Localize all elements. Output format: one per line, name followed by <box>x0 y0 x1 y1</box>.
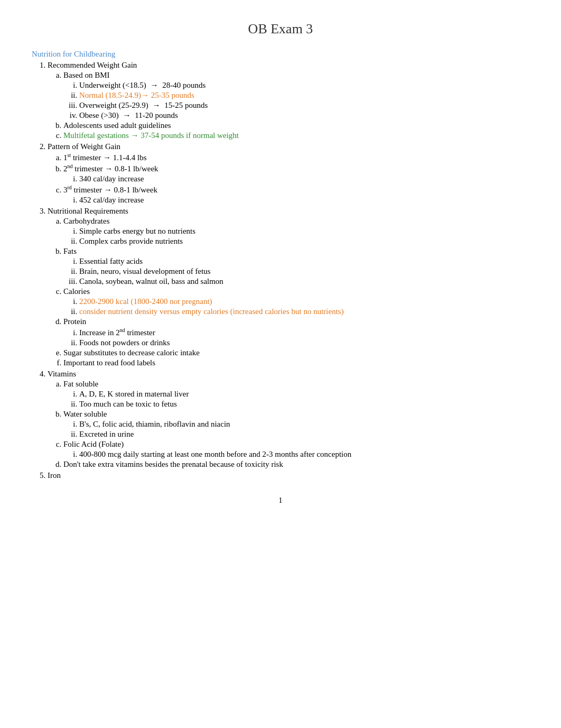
item-label: Adolescents used adult guidelines <box>63 121 171 130</box>
item-label: Multifetal gestations → 37-54 pounds if … <box>63 131 239 140</box>
list-item: Too much can be toxic to fetus <box>79 400 529 409</box>
list-item: 1st trimester → 1.1-4.4 lbs <box>63 152 529 162</box>
list-item: Essential fatty acids <box>79 257 529 266</box>
item-label: 400-800 mcg daily starting at least one … <box>79 450 351 458</box>
sub-list: Based on BMI Underweight (<18.5) → 28-40… <box>48 71 529 140</box>
sub-list: Essential fatty acids Brain, neuro, visu… <box>63 257 529 286</box>
list-item: 340 cal/day increase <box>79 174 529 183</box>
item-label: 1st trimester → 1.1-4.4 lbs <box>63 153 147 162</box>
item-label: Folic Acid (Folate) <box>63 440 124 448</box>
sub-list: Fat soluble A, D, E, K stored in materna… <box>48 380 529 469</box>
list-item: 452 cal/day increase <box>79 196 529 205</box>
list-item: Carbohydrates Simple carbs energy but no… <box>63 217 529 246</box>
list-item: Increase in 2nd trimester <box>79 327 529 337</box>
item-label: Carbohydrates <box>63 217 109 225</box>
item-label: 2nd trimester → 0.8-1 lb/week <box>63 164 158 173</box>
list-item: Fat soluble A, D, E, K stored in materna… <box>63 380 529 409</box>
item-label: Complex carbs provide nutrients <box>79 237 183 245</box>
item-label: Fat soluble <box>63 380 98 388</box>
item-label: Essential fatty acids <box>79 257 143 265</box>
list-item: 400-800 mcg daily starting at least one … <box>79 450 529 459</box>
list-item: Water soluble B's, C, folic acid, thiami… <box>63 410 529 439</box>
sub-list: Underweight (<18.5) → 28-40 pounds Norma… <box>63 81 529 120</box>
list-item: Nutritional Requirements Carbohydrates S… <box>48 207 529 367</box>
item-label: consider nutrient density versus empty c… <box>79 307 344 316</box>
item-label: Brain, neuro, visual development of fetu… <box>79 267 211 275</box>
main-list: Recommended Weight Gain Based on BMI Und… <box>32 61 529 480</box>
item-label: Protein <box>63 317 86 326</box>
list-item: A, D, E, K stored in maternal liver <box>79 390 529 399</box>
item-label: Foods not powders or drinks <box>79 338 170 347</box>
section-heading: Nutrition for Childbearing <box>32 50 529 59</box>
list-item: Canola, soybean, walnut oil, bass and sa… <box>79 277 529 286</box>
list-item: Pattern of Weight Gain 1st trimester → 1… <box>48 142 529 205</box>
sub-list: 452 cal/day increase <box>63 196 529 205</box>
list-item: 2nd trimester → 0.8-1 lb/week 340 cal/da… <box>63 163 529 183</box>
list-item: Sugar substitutes to decrease caloric in… <box>63 348 529 357</box>
item-label: 2200-2900 kcal (1800-2400 not pregnant) <box>79 297 212 306</box>
list-item: Recommended Weight Gain Based on BMI Und… <box>48 61 529 140</box>
item-label: Recommended Weight Gain <box>48 61 137 69</box>
item-label: Calories <box>63 287 90 296</box>
list-item: 2200-2900 kcal (1800-2400 not pregnant) <box>79 297 529 306</box>
list-item: Complex carbs provide nutrients <box>79 237 529 246</box>
item-label: 3rd trimester → 0.8-1 lb/week <box>63 186 157 194</box>
list-item: Vitamins Fat soluble A, D, E, K stored i… <box>48 370 529 469</box>
sub-list: 1st trimester → 1.1-4.4 lbs 2nd trimeste… <box>48 152 529 205</box>
sub-list: A, D, E, K stored in maternal liver Too … <box>63 390 529 409</box>
list-item: Iron <box>48 471 529 480</box>
item-label: Iron <box>48 471 61 480</box>
sub-list: 400-800 mcg daily starting at least one … <box>63 450 529 459</box>
list-item: Adolescents used adult guidelines <box>63 121 529 130</box>
item-label: Simple carbs energy but no nutrients <box>79 227 195 235</box>
sub-list: 2200-2900 kcal (1800-2400 not pregnant) … <box>63 297 529 316</box>
item-label: Obese (>30) → 11-20 pounds <box>79 111 178 119</box>
page-title: OB Exam 3 <box>32 21 529 37</box>
item-label: Increase in 2nd trimester <box>79 328 155 337</box>
list-item: Protein Increase in 2nd trimester Foods … <box>63 317 529 347</box>
list-item: Excreted in urine <box>79 430 529 439</box>
item-label: Excreted in urine <box>79 430 134 438</box>
item-label: Water soluble <box>63 410 107 418</box>
list-item: Simple carbs energy but no nutrients <box>79 227 529 236</box>
list-item: Folic Acid (Folate) 400-800 mcg daily st… <box>63 440 529 459</box>
sub-list: Carbohydrates Simple carbs energy but no… <box>48 217 529 367</box>
list-item: consider nutrient density versus empty c… <box>79 307 529 316</box>
item-label: B's, C, folic acid, thiamin, riboflavin … <box>79 420 230 428</box>
item-label: Overweight (25-29.9) → 15-25 pounds <box>79 101 208 109</box>
item-label: Pattern of Weight Gain <box>48 142 120 151</box>
item-label: Too much can be toxic to fetus <box>79 400 177 408</box>
item-label: 452 cal/day increase <box>79 196 144 204</box>
item-label: Vitamins <box>48 370 76 378</box>
item-label: Sugar substitutes to decrease caloric in… <box>63 348 200 357</box>
item-label: Important to read food labels <box>63 358 155 367</box>
item-label: Normal (18.5-24.9)→ 25-35 pounds <box>79 91 194 99</box>
sub-list: 340 cal/day increase <box>63 174 529 183</box>
item-label: Based on BMI <box>63 71 110 79</box>
list-item: Brain, neuro, visual development of fetu… <box>79 267 529 276</box>
page-number: 1 <box>32 496 529 505</box>
sub-list: Increase in 2nd trimester Foods not powd… <box>63 327 529 347</box>
list-item: Overweight (25-29.9) → 15-25 pounds <box>79 101 529 110</box>
list-item: Underweight (<18.5) → 28-40 pounds <box>79 81 529 90</box>
item-label: Nutritional Requirements <box>48 207 128 215</box>
list-item: B's, C, folic acid, thiamin, riboflavin … <box>79 420 529 429</box>
sub-list: B's, C, folic acid, thiamin, riboflavin … <box>63 420 529 439</box>
item-label: A, D, E, K stored in maternal liver <box>79 390 189 398</box>
list-item: Based on BMI Underweight (<18.5) → 28-40… <box>63 71 529 120</box>
list-item: 3rd trimester → 0.8-1 lb/week 452 cal/da… <box>63 185 529 205</box>
item-label: Underweight (<18.5) → 28-40 pounds <box>79 81 205 89</box>
list-item: Calories 2200-2900 kcal (1800-2400 not p… <box>63 287 529 316</box>
list-item: Don't take extra vitamins besides the pr… <box>63 460 529 469</box>
item-label: Fats <box>63 247 77 255</box>
item-label: Canola, soybean, walnut oil, bass and sa… <box>79 277 223 285</box>
list-item: Fats Essential fatty acids Brain, neuro,… <box>63 247 529 286</box>
item-label: 340 cal/day increase <box>79 174 144 183</box>
list-item: Normal (18.5-24.9)→ 25-35 pounds <box>79 91 529 100</box>
sub-list: Simple carbs energy but no nutrients Com… <box>63 227 529 246</box>
list-item: Multifetal gestations → 37-54 pounds if … <box>63 131 529 140</box>
list-item: Obese (>30) → 11-20 pounds <box>79 111 529 120</box>
list-item: Foods not powders or drinks <box>79 338 529 347</box>
item-label: Don't take extra vitamins besides the pr… <box>63 460 283 468</box>
list-item: Important to read food labels <box>63 358 529 367</box>
